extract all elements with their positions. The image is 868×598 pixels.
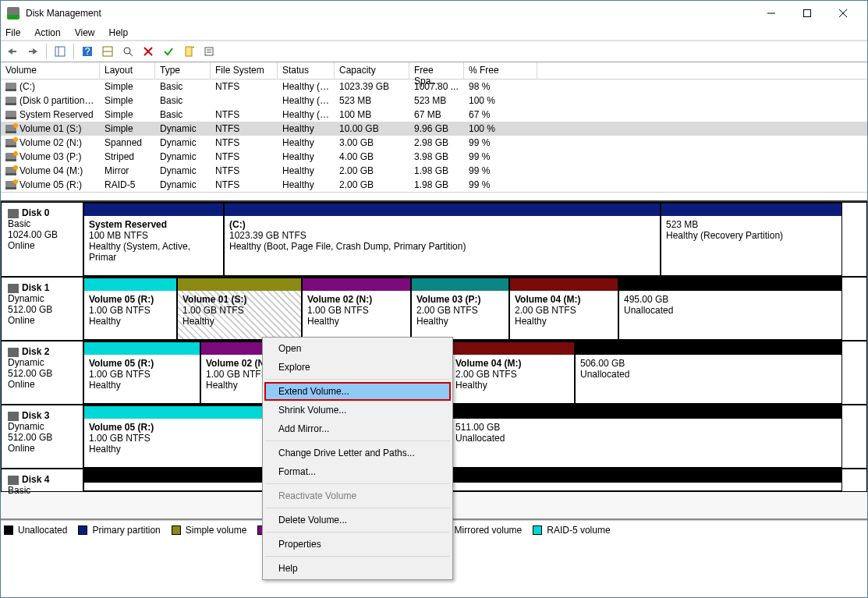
disk-icon [8, 284, 19, 293]
partition[interactable]: Volume 03 (P:)2.00 GB NTFSHealthy [411, 278, 509, 340]
partition-color-bar [412, 278, 508, 291]
volume-row[interactable]: Volume 04 (M:)MirrorDynamicNTFSHealthy2.… [1, 164, 867, 178]
partition-status: Healthy [89, 444, 257, 455]
partition-status: Healthy [89, 316, 172, 327]
new-icon[interactable]: + [180, 43, 197, 60]
drive-icon [5, 167, 16, 175]
disk-type: Dynamic [8, 357, 76, 368]
disk-size: 512.00 GB [8, 368, 76, 379]
check-icon[interactable] [160, 43, 177, 60]
ctx-delete-volume[interactable]: Delete Volume... [264, 511, 451, 529]
disk-state: Online [8, 240, 76, 251]
delete-icon[interactable] [140, 43, 157, 60]
partition[interactable]: Volume 04 (M:)2.00 GB NTFSHealthy [509, 278, 618, 340]
col-fs[interactable]: File System [211, 62, 278, 79]
partition-status: Healthy [455, 380, 569, 391]
back-button[interactable] [4, 43, 21, 60]
forward-button[interactable] [24, 43, 41, 60]
ctx-open[interactable]: Open [264, 339, 451, 358]
ctx-add-mirror[interactable]: Add Mirror... [264, 419, 451, 438]
drive-icon [5, 97, 16, 105]
show-hide-button[interactable] [51, 43, 69, 60]
disk-state: Online [8, 315, 76, 326]
partition-name: System Reserved [89, 219, 218, 230]
col-layout[interactable]: Layout [100, 62, 155, 79]
help-icon[interactable]: ? [79, 43, 96, 60]
partition[interactable]: Volume 02 (N:)1.00 GB NTFSHealthy [302, 278, 411, 340]
volume-row[interactable]: Volume 03 (P:)StripedDynamicNTFSHealthy4… [1, 150, 867, 164]
partition[interactable]: Volume 05 (R:)1.00 GB NTFSHealthy [83, 405, 263, 468]
partition-color-bar [178, 278, 301, 291]
volume-list[interactable]: (C:)SimpleBasicNTFSHealthy (B...1023.39 … [1, 80, 867, 193]
menu-help[interactable]: Help [109, 27, 129, 38]
menu-action[interactable]: Action [34, 27, 60, 38]
col-free[interactable]: Free Spa... [409, 62, 464, 79]
disk-title: Disk 2 [22, 346, 49, 357]
ctx-format[interactable]: Format... [264, 462, 451, 481]
partition-size: 1.00 GB NTFS [89, 305, 172, 316]
disk-type: Basic [8, 485, 76, 496]
disk-icon [8, 348, 19, 357]
close-button[interactable] [825, 2, 861, 25]
col-status[interactable]: Status [278, 62, 335, 79]
volume-row[interactable]: System ReservedSimpleBasicNTFSHealthy (S… [1, 108, 867, 122]
partition[interactable]: 523 MBHealthy (Recovery Partition) [661, 203, 842, 276]
maximize-button[interactable] [789, 2, 825, 25]
legend-label: Unallocated [18, 525, 67, 536]
col-pfree[interactable]: % Free [464, 62, 537, 79]
legend-label: RAID-5 volume [547, 525, 610, 536]
ctx-reactivate: Reactivate Volume [264, 487, 451, 505]
col-type[interactable]: Type [155, 62, 211, 79]
partition-status: Healthy [416, 316, 504, 327]
layout-icon[interactable] [99, 43, 116, 60]
partition-size: 2.00 GB NTFS [515, 305, 613, 316]
find-icon[interactable] [119, 43, 136, 60]
partition-size: 1.00 GB NTFS [307, 305, 406, 316]
partition-name: Volume 01 (S:) [182, 294, 296, 305]
volume-row[interactable]: Volume 01 (S:)SimpleDynamicNTFSHealthy10… [1, 122, 867, 136]
partition[interactable]: System Reserved100 MB NTFSHealthy (Syste… [83, 203, 224, 276]
partition-color-bar [84, 203, 223, 216]
svg-rect-1 [804, 9, 811, 16]
partition[interactable]: 506.00 GBUnallocated [575, 341, 842, 404]
menubar: File Action View Help [1, 25, 867, 41]
titlebar: Disk Management [1, 1, 867, 25]
partition-color-bar [303, 278, 410, 291]
menu-file[interactable]: File [5, 27, 20, 38]
svg-text:+: + [192, 46, 194, 53]
menu-view[interactable]: View [75, 27, 95, 38]
volume-row[interactable]: (Disk 0 partition 3)SimpleBasicHealthy (… [1, 94, 867, 108]
ctx-extend-volume[interactable]: Extend Volume... [264, 382, 451, 401]
partition[interactable]: Volume 05 (R:)1.00 GB NTFSHealthy [83, 278, 177, 340]
legend-swatch [533, 525, 542, 535]
drive-icon [5, 111, 16, 119]
properties-icon[interactable] [200, 43, 218, 60]
legend-label: Simple volume [186, 525, 247, 536]
partition-status: Healthy [89, 380, 195, 391]
partition-size: 100 MB NTFS [89, 230, 218, 241]
partition[interactable] [83, 469, 842, 491]
col-volume[interactable]: Volume [1, 62, 100, 79]
ctx-properties[interactable]: Properties [264, 535, 451, 554]
minimize-button[interactable] [753, 2, 789, 25]
partition-size: 1.00 GB NTFS [182, 305, 296, 316]
disk-title: Disk 0 [22, 207, 49, 218]
volume-row[interactable]: Volume 02 (N:)SpannedDynamicNTFSHealthy3… [1, 136, 867, 150]
partition-size: 506.00 GB [580, 358, 837, 369]
partition-color-bar [84, 470, 841, 483]
ctx-shrink-volume[interactable]: Shrink Volume... [264, 401, 451, 419]
partition[interactable]: (C:)1023.39 GB NTFSHealthy (Boot, Page F… [224, 203, 661, 276]
ctx-help[interactable]: Help [264, 559, 451, 578]
ctx-change-letter[interactable]: Change Drive Letter and Paths... [264, 444, 451, 462]
partition[interactable]: Volume 01 (S:)1.00 GB NTFSHealthy [177, 278, 302, 340]
partition[interactable]: Volume 05 (R:)1.00 GB NTFSHealthy [83, 341, 200, 404]
partition-name: Volume 04 (M:) [455, 358, 569, 369]
volume-row[interactable]: Volume 05 (R:)RAID-5DynamicNTFSHealthy2.… [1, 178, 867, 192]
disk-size: 512.00 GB [8, 304, 76, 315]
ctx-explore[interactable]: Explore [264, 358, 451, 377]
partition[interactable]: 495.00 GBUnallocated [618, 278, 842, 340]
partition-size: 523 MB [666, 219, 837, 230]
partition[interactable]: 511.00 GBUnallocated [450, 405, 842, 468]
partition[interactable]: Volume 04 (M:)2.00 GB NTFSHealthy [450, 341, 575, 404]
col-capacity[interactable]: Capacity [335, 62, 409, 79]
